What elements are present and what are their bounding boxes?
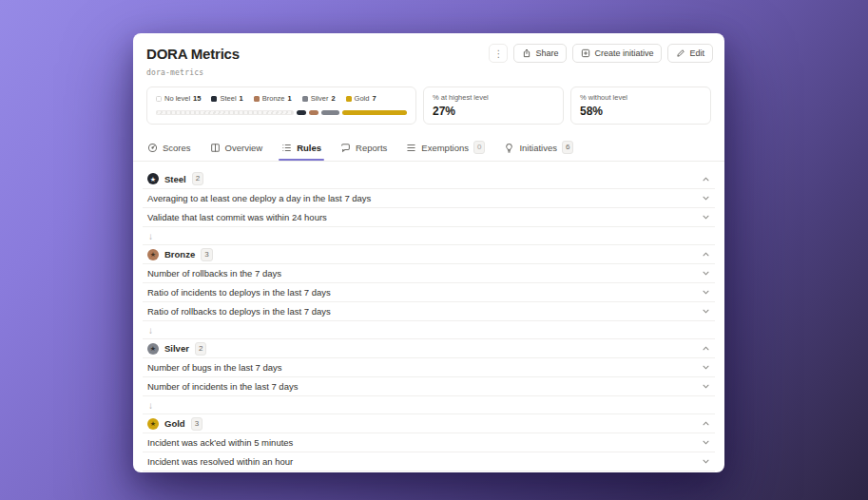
section-rule-count-badge: 2 [192,172,203,185]
reports-icon [340,143,351,153]
level-medal-icon-bronze: ★ [147,249,159,260]
kebab-menu-icon: ⋮ [493,48,503,59]
legend-label: Bronze [262,94,285,103]
section-name: Bronze [164,249,195,260]
rule-row[interactable]: Ratio of incidents to deploys in the las… [143,283,715,302]
without-level-label: % without level [580,93,702,102]
legend-item-steel: Steel1 [211,94,242,103]
bar-segment-silver [321,110,339,115]
legend-swatch-bronze [254,96,260,102]
section-rule-count-badge: 2 [195,342,206,356]
down-arrow-icon: ↓ [148,325,153,336]
legend-swatch-silver [302,96,308,102]
tab-reports[interactable]: Reports [339,137,388,160]
page-slug: dora-metrics [146,68,711,77]
tab-initiatives[interactable]: Initiatives6 [503,135,574,161]
scores-icon [147,143,158,153]
down-arrow-icon: ↓ [148,231,153,241]
rule-row[interactable]: Ratio of rollbacks to deploys in the las… [143,302,715,321]
share-button[interactable]: Share [513,44,567,63]
rule-label: Number of rollbacks in the 7 days [147,268,281,279]
initiatives-icon [504,143,514,153]
section-header-gold[interactable]: ★Gold3 [143,413,715,433]
legend-count: 1 [240,94,243,103]
header-actions: ⋮ Share Create initiative Edit [489,44,713,63]
section-bronze: ★Bronze3Number of rollbacks in the 7 day… [143,244,715,338]
section-name: Gold [164,418,185,429]
down-arrow-icon: ↓ [148,400,153,411]
tab-overview[interactable]: Overview [209,137,264,160]
legend-label: Steel [220,94,236,103]
chevron-down-icon[interactable] [702,288,710,297]
legend-count: 7 [372,94,376,103]
star-icon: ★ [150,176,156,183]
star-icon: ★ [150,420,156,427]
legend-swatch-steel [211,96,217,102]
legend-item-bronze: Bronze1 [254,94,292,103]
chevron-down-icon[interactable] [702,438,710,447]
share-icon [522,48,531,58]
tab-exemptions[interactable]: Exemptions0 [405,135,486,161]
levels-distribution-card: No level15Steel1Bronze1Silver2Gold7 [146,87,416,125]
chevron-down-icon[interactable] [702,269,710,278]
rule-row[interactable]: Number of rollbacks in the 7 days [143,264,715,283]
rule-row[interactable]: Validate that last commit was within 24 … [143,208,715,227]
rule-row[interactable]: No incidents in the last 7 days [143,471,715,472]
section-name: Silver [164,343,189,354]
bar-segment-steel [297,110,306,115]
section-divider: ↓ [143,227,715,244]
without-level-card: % without level 58% [570,87,711,125]
share-button-label: Share [535,48,558,58]
legend-label: Silver [311,94,329,103]
rule-row[interactable]: Number of incidents in the last 7 days [143,377,715,396]
create-initiative-button[interactable]: Create initiative [572,44,662,63]
rule-row[interactable]: Averaging to at least one deploy a day i… [143,189,715,208]
levels-legend: No level15Steel1Bronze1Silver2Gold7 [156,94,407,103]
level-medal-icon-gold: ★ [147,418,159,430]
legend-label: No level [164,94,190,103]
highest-level-label: % at highest level [433,93,554,102]
section-divider: ↓ [143,321,715,338]
legend-count: 2 [331,94,335,103]
tab-scores[interactable]: Scores [146,137,192,160]
rule-row[interactable]: Incident was ack'ed within 5 minutes [143,433,715,452]
star-icon: ★ [150,251,156,258]
rule-label: Incident was resolved within an hour [147,456,293,467]
chevron-down-icon[interactable] [702,457,710,466]
levels-bar [156,110,407,115]
chevron-up-icon[interactable] [702,419,710,428]
chevron-down-icon[interactable] [702,382,710,391]
tab-rules[interactable]: Rules [280,137,322,160]
chevron-down-icon[interactable] [702,307,710,316]
rule-label: Averaging to at least one deploy a day i… [147,193,371,203]
exemptions-icon [406,143,416,153]
chevron-down-icon[interactable] [702,363,710,372]
legend-label: Gold [355,94,370,103]
chevron-down-icon[interactable] [702,213,710,221]
chevron-up-icon[interactable] [702,344,710,353]
section-header-bronze[interactable]: ★Bronze3 [143,244,715,264]
section-steel: ★Steel2Averaging to at least one deploy … [143,169,715,244]
bar-segment-bronze [309,110,318,115]
section-header-silver[interactable]: ★Silver2 [143,338,715,358]
rule-row[interactable]: Number of bugs in the last 7 days [143,358,715,377]
chevron-down-icon[interactable] [702,194,710,202]
legend-item-no-level: No level15 [156,94,201,103]
tab-bar: ScoresOverviewRulesReportsExemptions0Ini… [133,135,724,162]
bar-segment-gold [342,110,407,115]
legend-swatch-no-level [156,96,162,102]
edit-button[interactable]: Edit [667,44,713,63]
rule-row[interactable]: Incident was resolved within an hour [143,452,715,471]
legend-item-gold: Gold7 [346,94,376,103]
section-gold: ★Gold3Incident was ack'ed within 5 minut… [143,413,715,472]
plus-square-icon [581,48,590,58]
tab-label: Rules [297,143,321,153]
section-rule-count-badge: 3 [191,417,203,431]
rule-label: Number of incidents in the last 7 days [147,381,298,392]
more-options-button[interactable]: ⋮ [489,44,508,63]
chevron-up-icon[interactable] [702,250,710,259]
tab-badge: 0 [473,141,485,154]
pencil-icon [676,48,685,58]
section-header-steel[interactable]: ★Steel2 [143,169,715,189]
chevron-up-icon[interactable] [702,175,710,183]
